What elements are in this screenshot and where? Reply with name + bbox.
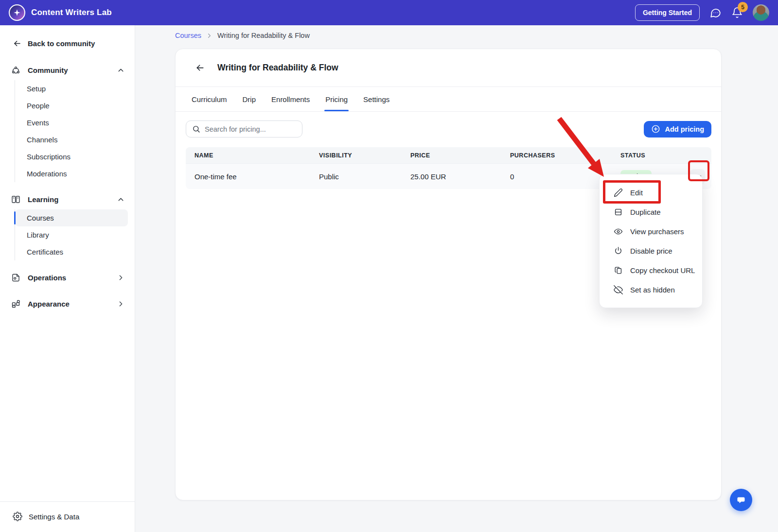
sidebar-appearance-label: Appearance — [28, 300, 70, 308]
col-status: STATUS — [620, 152, 711, 159]
tab-enrollments[interactable]: Enrollments — [271, 87, 310, 111]
course-title-row: Writing for Readability & Flow — [176, 49, 721, 87]
tab-pricing[interactable]: Pricing — [325, 87, 348, 111]
back-to-community-link[interactable]: Back to community — [0, 25, 135, 48]
eye-icon — [614, 227, 623, 236]
col-name: NAME — [194, 152, 319, 159]
chevron-right-icon — [117, 274, 125, 282]
edit-icon — [614, 188, 623, 197]
people-group-icon — [11, 65, 21, 75]
chat-bubble-icon — [709, 7, 722, 19]
sidebar-item-courses[interactable]: Courses — [15, 209, 128, 226]
operations-icon — [11, 273, 21, 283]
pricing-table-header: NAME VISIBILITY PRICE PURCHASERS STATUS — [186, 147, 711, 163]
menu-item-copy-checkout-url-label: Copy checkout URL — [630, 266, 695, 275]
sidebar-operations-label: Operations — [28, 274, 66, 282]
tab-curriculum[interactable]: Curriculum — [192, 87, 227, 111]
power-icon — [614, 246, 623, 256]
eye-off-icon — [614, 285, 623, 294]
menu-item-edit-label: Edit — [630, 189, 643, 197]
learning-subnav: Courses Library Certificates — [15, 209, 128, 260]
search-icon — [192, 125, 200, 133]
breadcrumb-current: Writing for Readability & Flow — [217, 32, 310, 39]
cell-name: One-time fee — [194, 172, 319, 181]
community-brand-title: Content Writers Lab — [31, 8, 112, 17]
breadcrumb: Courses Writing for Readability & Flow — [175, 32, 310, 39]
search-input[interactable] — [205, 125, 296, 133]
sidebar-item-setup[interactable]: Setup — [15, 80, 128, 97]
sidebar-item-moderations[interactable]: Moderations — [15, 165, 128, 182]
chat-fab-icon — [735, 494, 747, 506]
copy-icon — [614, 266, 623, 275]
sidebar-section-appearance[interactable]: Appearance — [0, 294, 135, 313]
menu-item-edit[interactable]: Edit — [600, 183, 702, 202]
plus-circle-icon — [651, 124, 660, 134]
tab-settings[interactable]: Settings — [363, 87, 389, 111]
chevron-up-icon — [117, 66, 125, 74]
settings-and-data-label: Settings & Data — [29, 513, 79, 521]
col-purchasers: PURCHASERS — [510, 152, 620, 159]
live-chat-button[interactable] — [730, 489, 752, 511]
sidebar-learning-label: Learning — [28, 195, 58, 204]
menu-item-disable-price-label: Disable price — [630, 247, 672, 255]
back-to-community-label: Back to community — [28, 39, 95, 48]
menu-item-set-as-hidden[interactable]: Set as hidden — [600, 280, 702, 299]
brand-block[interactable]: Content Writers Lab — [9, 4, 112, 21]
back-arrow-button[interactable] — [195, 63, 205, 73]
sidebar-item-subscriptions[interactable]: Subscriptions — [15, 148, 128, 165]
sidebar-item-people[interactable]: People — [15, 97, 128, 114]
admin-sidebar: Back to community Community Setup People… — [0, 25, 135, 532]
sidebar-section-learning[interactable]: Learning — [0, 190, 135, 208]
notifications-button[interactable]: 5 — [731, 7, 743, 18]
notification-count-badge: 5 — [738, 2, 748, 12]
messages-button[interactable] — [709, 7, 722, 19]
cell-visibility: Public — [319, 172, 410, 181]
menu-item-duplicate-label: Duplicate — [630, 208, 661, 216]
page-title: Writing for Readability & Flow — [217, 63, 338, 73]
menu-item-view-purchasers-label: View purchasers — [630, 227, 684, 236]
course-tabs: Curriculum Drip Enrollments Pricing Sett… — [176, 87, 721, 112]
menu-item-duplicate[interactable]: Duplicate — [600, 202, 702, 222]
menu-item-disable-price[interactable]: Disable price — [600, 241, 702, 260]
breadcrumb-courses-link[interactable]: Courses — [175, 32, 201, 39]
sidebar-item-certificates[interactable]: Certificates — [15, 243, 128, 260]
chevron-up-icon — [117, 195, 125, 204]
sidebar-item-events[interactable]: Events — [15, 114, 128, 131]
pricing-toolbar: Add pricing — [176, 112, 721, 145]
appearance-icon — [11, 299, 21, 309]
getting-started-button[interactable]: Getting Started — [635, 4, 700, 21]
chevron-right-icon — [206, 32, 213, 39]
arrow-left-icon — [13, 39, 22, 48]
sidebar-community-label: Community — [28, 66, 68, 74]
tab-drip[interactable]: Drip — [243, 87, 256, 111]
top-header: Content Writers Lab Getting Started 5 — [0, 0, 778, 25]
settings-and-data-link[interactable]: Settings & Data — [0, 501, 135, 532]
chevron-right-icon — [117, 300, 125, 308]
sidebar-item-library[interactable]: Library — [15, 226, 128, 243]
sidebar-section-operations[interactable]: Operations — [0, 268, 135, 287]
sidebar-item-channels[interactable]: Channels — [15, 131, 128, 148]
add-pricing-button[interactable]: Add pricing — [644, 121, 711, 137]
sidebar-section-community[interactable]: Community — [0, 61, 135, 79]
cell-price: 25.00 EUR — [410, 172, 510, 181]
book-icon — [11, 194, 21, 205]
menu-item-copy-checkout-url[interactable]: Copy checkout URL — [600, 260, 702, 280]
community-subnav: Setup People Events Channels Subscriptio… — [15, 80, 128, 182]
row-actions-menu: Edit Duplicate View purchasers Disable p… — [599, 174, 703, 308]
duplicate-icon — [614, 207, 623, 217]
col-price: PRICE — [410, 152, 510, 159]
col-visibility: VISIBILITY — [319, 152, 410, 159]
avatar[interactable] — [753, 4, 769, 21]
gear-icon — [13, 512, 22, 521]
pricing-search-box[interactable] — [186, 120, 302, 137]
add-pricing-label: Add pricing — [665, 125, 704, 133]
menu-item-view-purchasers[interactable]: View purchasers — [600, 222, 702, 241]
menu-item-set-as-hidden-label: Set as hidden — [630, 286, 675, 294]
sparkle-logo-icon — [9, 4, 25, 21]
